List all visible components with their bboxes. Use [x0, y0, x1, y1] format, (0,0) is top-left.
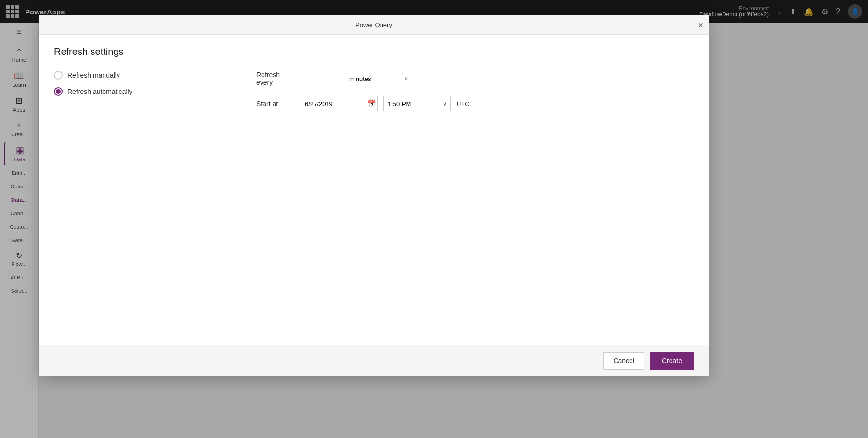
refresh-every-row: Refresh every minutes ∨ [256, 71, 694, 86]
radio-manual[interactable]: Refresh manually [54, 71, 221, 80]
date-input-wrapper: 📅 [301, 96, 378, 111]
refresh-every-input[interactable] [301, 71, 339, 86]
start-at-row: Start at 📅 1:50 PM ∨ UTC [256, 96, 694, 111]
settings-panel: Refresh every minutes ∨ Start at 📅 [237, 69, 694, 345]
refresh-every-label: Refresh every [256, 71, 295, 86]
modal-close-button[interactable]: × [698, 21, 703, 29]
timezone-label: UTC [457, 100, 470, 107]
calendar-icon[interactable]: 📅 [367, 99, 376, 108]
time-value: 1:50 PM [388, 100, 411, 107]
modal-title: Refresh settings [54, 46, 694, 57]
radio-manual-label: Refresh manually [67, 71, 120, 79]
start-at-label: Start at [256, 100, 295, 107]
interval-unit-chevron-icon: ∨ [404, 76, 408, 82]
time-chevron-icon: ∨ [443, 101, 447, 107]
modal-body: Refresh settings Refresh manually Refres… [39, 35, 709, 345]
interval-unit-value: minutes [349, 75, 371, 82]
create-button[interactable]: Create [650, 352, 694, 370]
modal-dialog: Power Query × Refresh settings Refresh m… [39, 15, 709, 376]
modal-topbar-title: Power Query [355, 21, 392, 28]
start-date-input[interactable] [301, 96, 378, 111]
modal-topbar: Power Query × [39, 15, 709, 35]
radio-automatic[interactable]: Refresh automatically [54, 87, 221, 96]
modal-overlay: Power Query × Refresh settings Refresh m… [0, 0, 868, 438]
modal-content-area: Refresh manually Refresh automatically R… [54, 69, 694, 345]
radio-automatic-label: Refresh automatically [67, 88, 132, 95]
time-dropdown[interactable]: 1:50 PM ∨ [383, 96, 451, 111]
interval-unit-dropdown[interactable]: minutes ∨ [345, 71, 412, 86]
radio-manual-circle [54, 71, 63, 80]
options-panel: Refresh manually Refresh automatically [54, 69, 237, 345]
cancel-button[interactable]: Cancel [603, 352, 644, 370]
modal-footer: Cancel Create [39, 345, 709, 376]
radio-automatic-circle [54, 87, 63, 96]
